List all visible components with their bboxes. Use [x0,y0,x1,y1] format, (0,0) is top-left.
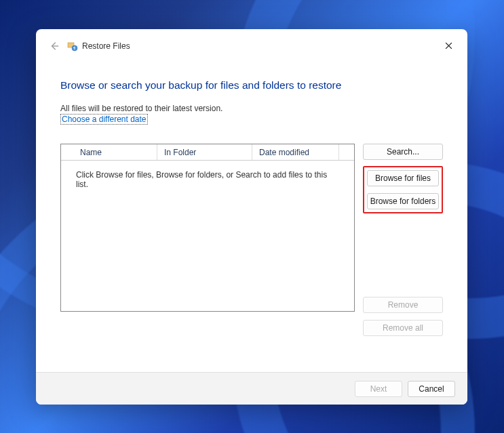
dialog-title: Restore Files [82,41,130,51]
column-name[interactable]: Name [61,144,157,160]
column-in-folder[interactable]: In Folder [157,144,252,160]
remove-button: Remove [363,297,443,313]
cancel-button[interactable]: Cancel [408,381,455,397]
back-arrow-icon[interactable] [48,40,60,52]
choose-date-link[interactable]: Choose a different date [60,114,148,125]
side-buttons: Search... Browse for files Browse for fo… [363,144,443,336]
browse-files-button[interactable]: Browse for files [367,170,439,186]
next-button: Next [355,381,402,397]
restore-files-icon [67,41,78,51]
main-heading: Browse or search your backup for files a… [60,79,443,91]
dialog-footer: Next Cancel [36,372,467,405]
browse-buttons-highlight: Browse for files Browse for folders [363,166,443,213]
file-list[interactable]: Name In Folder Date modified Click Brows… [60,144,355,312]
dialog-body: Browse or search your backup for files a… [36,54,467,372]
empty-list-message: Click Browse for files, Browse for folde… [61,161,354,199]
info-text: All files will be restored to their late… [60,104,443,113]
dialog-header: Restore Files [36,29,467,54]
search-button[interactable]: Search... [363,144,443,160]
remove-all-button: Remove all [363,320,443,336]
column-date-modified[interactable]: Date modified [252,144,339,160]
close-button[interactable] [439,36,458,55]
list-header: Name In Folder Date modified [61,144,354,161]
browse-folders-button[interactable]: Browse for folders [367,193,439,209]
restore-files-dialog: Restore Files Browse or search your back… [36,29,467,405]
column-spacer [339,144,354,160]
